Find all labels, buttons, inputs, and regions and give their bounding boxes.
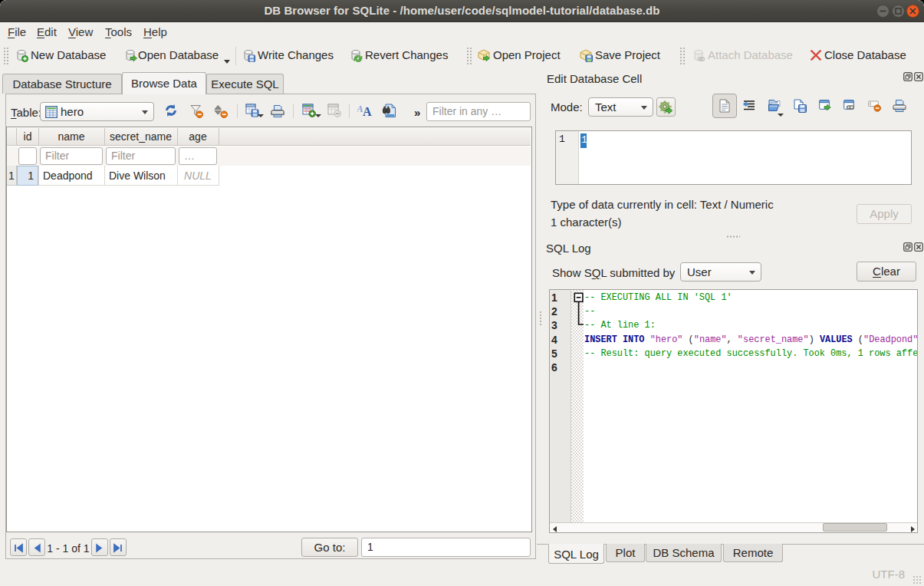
svg-text:A: A <box>363 105 372 117</box>
